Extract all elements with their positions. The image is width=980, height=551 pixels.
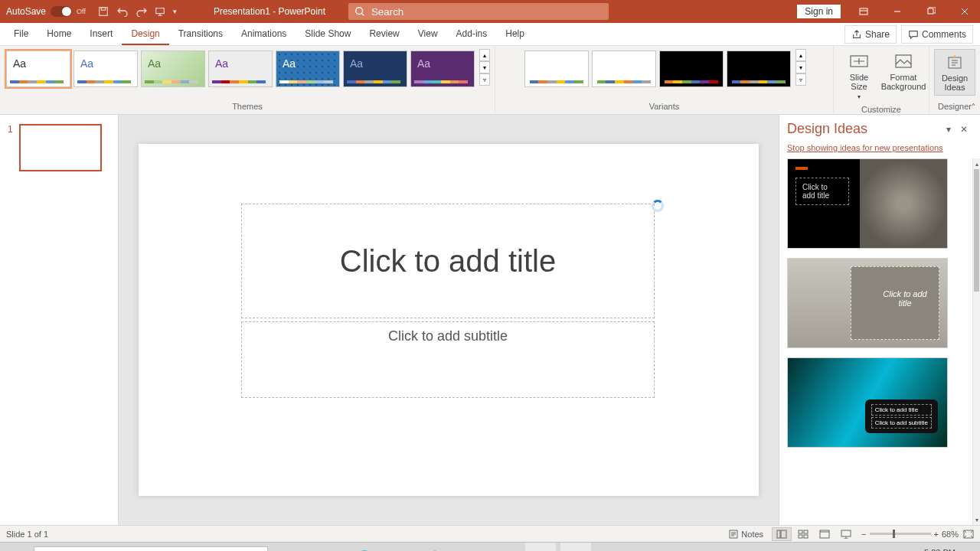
tab-design[interactable]: Design — [122, 24, 168, 45]
autosave-toggle[interactable]: AutoSave Off — [0, 6, 92, 17]
scroll-up-icon[interactable]: ▴ — [973, 158, 980, 169]
present-icon[interactable] — [155, 6, 165, 17]
zoom-out-button[interactable]: − — [861, 530, 866, 539]
zoom-in-button[interactable]: + — [934, 530, 939, 539]
design-ideas-label: Design Ideas — [938, 73, 972, 92]
redo-icon[interactable] — [136, 6, 147, 17]
outlook-icon[interactable]: O — [490, 543, 521, 552]
normal-view-button[interactable] — [772, 527, 792, 541]
share-button[interactable]: Share — [844, 25, 897, 44]
maximize-button[interactable] — [916, 0, 946, 23]
variant-thumb[interactable] — [592, 51, 656, 87]
theme-thumb[interactable]: Aa — [141, 51, 205, 87]
zoom-slider[interactable] — [870, 533, 931, 535]
svg-rect-7 — [896, 55, 911, 67]
gallery-more-icon[interactable]: ▿ — [479, 73, 490, 86]
slide-mini-preview — [19, 124, 102, 171]
edge-icon[interactable] — [349, 543, 380, 552]
tab-slide-show[interactable]: Slide Show — [296, 24, 360, 45]
minimize-button[interactable] — [882, 0, 913, 23]
gallery-up-icon[interactable]: ▴ — [795, 49, 806, 61]
slide-size-button[interactable]: Slide Size ▾ — [838, 49, 880, 103]
tab-insert[interactable]: Insert — [80, 24, 122, 45]
slide-thumbnail[interactable]: 1 — [8, 124, 110, 171]
slide: Click to add title Click to add subtitle — [139, 144, 759, 496]
gallery-down-icon[interactable]: ▾ — [795, 61, 806, 73]
tab-file[interactable]: File — [5, 24, 38, 45]
tab-add-ins[interactable]: Add-ins — [447, 24, 497, 45]
search-box[interactable] — [348, 3, 609, 20]
ribbon-display-options[interactable] — [848, 0, 879, 23]
tab-help[interactable]: Help — [496, 24, 534, 45]
svg-rect-13 — [804, 530, 808, 533]
slide-canvas[interactable]: Click to add title Click to add subtitle — [119, 115, 779, 525]
task-view-icon[interactable] — [314, 543, 345, 552]
pane-scrollbar[interactable]: ▴ ▾ — [972, 158, 980, 525]
tab-animations[interactable]: Animations — [232, 24, 296, 45]
variants-gallery[interactable] — [523, 49, 792, 89]
screenrec-icon[interactable] — [525, 543, 556, 552]
design-ideas-button[interactable]: Design Ideas — [934, 49, 975, 96]
fit-to-window-button[interactable] — [963, 530, 974, 539]
variant-thumb[interactable] — [727, 51, 791, 87]
scroll-track[interactable] — [973, 169, 980, 514]
themes-gallery-scroll[interactable]: ▴ ▾ ▿ — [479, 49, 490, 86]
sign-in-button[interactable]: Sign in — [797, 5, 841, 18]
pane-close-icon[interactable]: ✕ — [956, 124, 972, 135]
theme-thumb[interactable]: Aa — [74, 51, 138, 87]
clock[interactable]: 5:23 PM 4/19/2020 — [918, 548, 956, 551]
svg-rect-11 — [781, 530, 786, 538]
tab-transitions[interactable]: Transitions — [169, 24, 232, 45]
close-button[interactable] — [949, 0, 980, 23]
explorer-icon[interactable] — [384, 543, 415, 552]
design-idea-item[interactable]: Click to add title — [787, 158, 948, 249]
svg-rect-2 — [156, 8, 165, 14]
variant-thumb[interactable] — [524, 51, 589, 87]
gallery-down-icon[interactable]: ▾ — [479, 61, 490, 73]
design-idea-item[interactable]: Click to add title — [787, 258, 948, 348]
theme-thumb[interactable]: Aa — [343, 51, 407, 87]
design-ideas-list: Click to add title Click to add title Cl… — [779, 158, 972, 525]
slideshow-view-button[interactable] — [836, 527, 856, 541]
undo-icon[interactable] — [116, 6, 129, 17]
tab-view[interactable]: View — [409, 24, 447, 45]
gallery-up-icon[interactable]: ▴ — [479, 49, 490, 61]
theme-thumb[interactable]: Aa — [208, 51, 273, 87]
store-icon[interactable] — [420, 543, 450, 552]
notes-button[interactable]: Notes — [729, 530, 763, 539]
tab-home[interactable]: Home — [38, 24, 80, 45]
reading-view-button[interactable] — [815, 527, 835, 541]
comments-button[interactable]: Comments — [901, 25, 973, 44]
variant-thumb[interactable] — [659, 51, 724, 87]
qat-more-icon[interactable]: ▾ — [173, 8, 177, 15]
search-input[interactable] — [371, 6, 603, 18]
svg-rect-14 — [799, 535, 802, 538]
title-bar: AutoSave Off ▾ Presentation1 - PowerPoin… — [0, 0, 980, 23]
autosave-state: Off — [77, 8, 86, 15]
stop-showing-link[interactable]: Stop showing ideas for new presentations — [779, 143, 980, 158]
theme-thumb[interactable]: Aa — [410, 51, 475, 87]
format-background-button[interactable]: Format Background — [883, 49, 924, 94]
design-idea-item[interactable]: Click to add title Click to add subtitle — [787, 357, 948, 448]
pane-options-icon[interactable]: ▾ — [942, 124, 956, 135]
taskbar-search[interactable]: Type here to search — [34, 546, 268, 552]
chrome-icon[interactable] — [455, 543, 485, 552]
subtitle-placeholder[interactable]: Click to add subtitle — [241, 321, 655, 398]
tab-review[interactable]: Review — [360, 24, 408, 45]
collapse-ribbon-icon[interactable]: ˄ — [972, 103, 975, 111]
theme-thumb[interactable]: Aa — [6, 51, 70, 87]
themes-gallery[interactable]: AaAaAaAaAaAaAa — [5, 49, 476, 89]
variants-gallery-scroll[interactable]: ▴ ▾ ▿ — [795, 49, 806, 86]
sorter-view-button[interactable] — [793, 527, 813, 541]
scroll-thumb[interactable] — [974, 169, 979, 292]
gallery-more-icon[interactable]: ▿ — [795, 73, 806, 86]
zoom-level[interactable]: 68% — [942, 530, 959, 539]
start-button[interactable] — [0, 543, 34, 552]
save-icon[interactable] — [98, 6, 109, 17]
powerpoint-icon[interactable]: P — [560, 543, 591, 552]
title-placeholder[interactable]: Click to add title — [241, 204, 655, 318]
cortana-icon[interactable] — [279, 543, 309, 552]
scroll-down-icon[interactable]: ▾ — [973, 514, 980, 525]
comment-icon — [908, 29, 919, 40]
theme-thumb[interactable]: Aa — [276, 51, 340, 87]
